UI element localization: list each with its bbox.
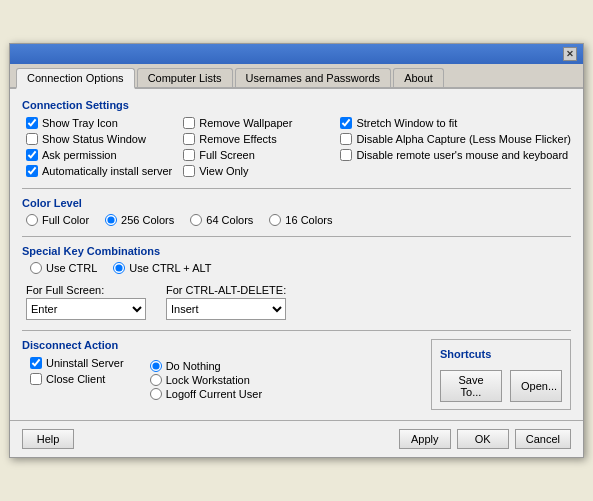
checkbox-disable-remote-mouse[interactable]: Disable remote user's mouse and keyboard: [340, 148, 571, 162]
full-color-radio[interactable]: [26, 214, 38, 226]
special-keys-section: Special Key Combinations Use CTRL Use CT…: [22, 245, 571, 320]
auto-install-server-label: Automatically install server: [42, 165, 172, 177]
remove-effects-label: Remove Effects: [199, 133, 276, 145]
apply-button[interactable]: Apply: [399, 429, 451, 449]
radio-64-colors[interactable]: 64 Colors: [190, 214, 253, 226]
full-screen-select[interactable]: Enter F8 F11: [26, 298, 146, 320]
connection-settings-section: Connection Settings Show Tray Icon Remov…: [22, 99, 571, 178]
256-colors-radio[interactable]: [105, 214, 117, 226]
tab-computer-lists[interactable]: Computer Lists: [137, 68, 233, 87]
shortcuts-box: Shortcuts Save To... Open...: [431, 339, 571, 410]
content-area: Connection Settings Show Tray Icon Remov…: [10, 89, 583, 420]
divider-2: [22, 236, 571, 237]
remove-wallpaper-checkbox[interactable]: [183, 117, 195, 129]
logoff-current-user-label: Logoff Current User: [166, 388, 262, 400]
ctrlaltdelete-select[interactable]: Insert Delete F8: [166, 298, 286, 320]
tab-bar: Connection Options Computer Lists Userna…: [10, 64, 583, 89]
radio-logoff-current-user[interactable]: Logoff Current User: [150, 388, 262, 400]
checkbox-show-tray-icon[interactable]: Show Tray Icon: [26, 116, 179, 130]
radio-use-ctrl-alt[interactable]: Use CTRL + ALT: [113, 262, 211, 274]
auto-install-server-checkbox[interactable]: [26, 165, 38, 177]
checkbox-ask-permission[interactable]: Ask permission: [26, 148, 179, 162]
disconnect-action-section: Disconnect Action Uninstall Server Close…: [22, 339, 421, 400]
remove-effects-checkbox[interactable]: [183, 133, 195, 145]
title-bar: ✕: [10, 44, 583, 64]
radio-use-ctrl[interactable]: Use CTRL: [30, 262, 97, 274]
full-screen-checkbox[interactable]: [183, 149, 195, 161]
radio-do-nothing[interactable]: Do Nothing: [150, 360, 262, 372]
use-ctrl-label: Use CTRL: [46, 262, 97, 274]
do-nothing-radio[interactable]: [150, 360, 162, 372]
dialog: ✕ Connection Options Computer Lists User…: [9, 43, 584, 458]
16-colors-radio[interactable]: [269, 214, 281, 226]
use-ctrl-alt-label: Use CTRL + ALT: [129, 262, 211, 274]
save-to-button[interactable]: Save To...: [440, 370, 502, 402]
use-ctrl-radio[interactable]: [30, 262, 42, 274]
divider-3: [22, 330, 571, 331]
16-colors-label: 16 Colors: [285, 214, 332, 226]
for-fields: For Full Screen: Enter F8 F11 For CTRL-A…: [26, 284, 571, 320]
close-client-label: Close Client: [46, 373, 105, 385]
checkbox-show-status-window[interactable]: Show Status Window: [26, 132, 179, 146]
show-status-window-label: Show Status Window: [42, 133, 146, 145]
checkbox-stretch-window[interactable]: Stretch Window to fit: [340, 116, 571, 130]
checkbox-remove-wallpaper[interactable]: Remove Wallpaper: [183, 116, 336, 130]
color-level-section: Color Level Full Color 256 Colors 64 Col…: [22, 197, 571, 226]
cancel-button[interactable]: Cancel: [515, 429, 571, 449]
color-level-radios: Full Color 256 Colors 64 Colors 16 Color…: [22, 214, 571, 226]
uninstall-server-checkbox[interactable]: [30, 357, 42, 369]
help-button[interactable]: Help: [22, 429, 74, 449]
disable-remote-mouse-label: Disable remote user's mouse and keyboard: [356, 149, 568, 161]
checkbox-view-only[interactable]: View Only: [183, 164, 336, 178]
radio-16-colors[interactable]: 16 Colors: [269, 214, 332, 226]
lock-workstation-radio[interactable]: [150, 374, 162, 386]
show-status-window-checkbox[interactable]: [26, 133, 38, 145]
open-button[interactable]: Open...: [510, 370, 562, 402]
shortcuts-buttons: Save To... Open...: [440, 370, 562, 402]
disable-alpha-capture-label: Disable Alpha Capture (Less Mouse Flicke…: [356, 133, 571, 145]
use-ctrl-alt-radio[interactable]: [113, 262, 125, 274]
shortcuts-title: Shortcuts: [440, 348, 491, 360]
lock-workstation-label: Lock Workstation: [166, 374, 250, 386]
show-tray-icon-checkbox[interactable]: [26, 117, 38, 129]
checkbox-remove-effects[interactable]: Remove Effects: [183, 132, 336, 146]
tab-connection-options[interactable]: Connection Options: [16, 68, 135, 89]
checkbox-close-client[interactable]: Close Client: [30, 372, 124, 386]
logoff-current-user-radio[interactable]: [150, 388, 162, 400]
disconnect-checkboxes: Uninstall Server Close Client: [26, 356, 124, 400]
show-tray-icon-label: Show Tray Icon: [42, 117, 118, 129]
radio-full-color[interactable]: Full Color: [26, 214, 89, 226]
view-only-label: View Only: [199, 165, 248, 177]
256-colors-label: 256 Colors: [121, 214, 174, 226]
checkbox-auto-install-server[interactable]: Automatically install server: [26, 164, 179, 178]
checkbox-uninstall-server[interactable]: Uninstall Server: [30, 356, 124, 370]
close-client-checkbox[interactable]: [30, 373, 42, 385]
color-level-title: Color Level: [22, 197, 571, 209]
bottom-section: Disconnect Action Uninstall Server Close…: [22, 339, 571, 410]
ctrlaltdelete-field-label: For CTRL-ALT-DELETE:: [166, 284, 286, 296]
special-keys-content: Use CTRL Use CTRL + ALT For Full Screen:…: [22, 262, 571, 320]
stretch-window-checkbox[interactable]: [340, 117, 352, 129]
ok-button[interactable]: OK: [457, 429, 509, 449]
tab-about[interactable]: About: [393, 68, 444, 87]
full-screen-field-label: For Full Screen:: [26, 284, 146, 296]
tab-usernames-passwords[interactable]: Usernames and Passwords: [235, 68, 392, 87]
radio-256-colors[interactable]: 256 Colors: [105, 214, 174, 226]
view-only-checkbox[interactable]: [183, 165, 195, 177]
connection-settings-title: Connection Settings: [22, 99, 571, 111]
do-nothing-label: Do Nothing: [166, 360, 221, 372]
special-keys-title: Special Key Combinations: [22, 245, 571, 257]
64-colors-label: 64 Colors: [206, 214, 253, 226]
64-colors-radio[interactable]: [190, 214, 202, 226]
radio-lock-workstation[interactable]: Lock Workstation: [150, 374, 262, 386]
disable-remote-mouse-checkbox[interactable]: [340, 149, 352, 161]
ask-permission-checkbox[interactable]: [26, 149, 38, 161]
ctrlaltdelete-field: For CTRL-ALT-DELETE: Insert Delete F8: [166, 284, 286, 320]
checkbox-disable-alpha-capture[interactable]: Disable Alpha Capture (Less Mouse Flicke…: [340, 132, 571, 146]
ctrl-radios: Use CTRL Use CTRL + ALT: [26, 262, 571, 274]
full-color-label: Full Color: [42, 214, 89, 226]
disconnect-radios: Do Nothing Lock Workstation Logoff Curre…: [140, 356, 262, 400]
checkbox-full-screen[interactable]: Full Screen: [183, 148, 336, 162]
disable-alpha-capture-checkbox[interactable]: [340, 133, 352, 145]
close-button[interactable]: ✕: [563, 47, 577, 61]
